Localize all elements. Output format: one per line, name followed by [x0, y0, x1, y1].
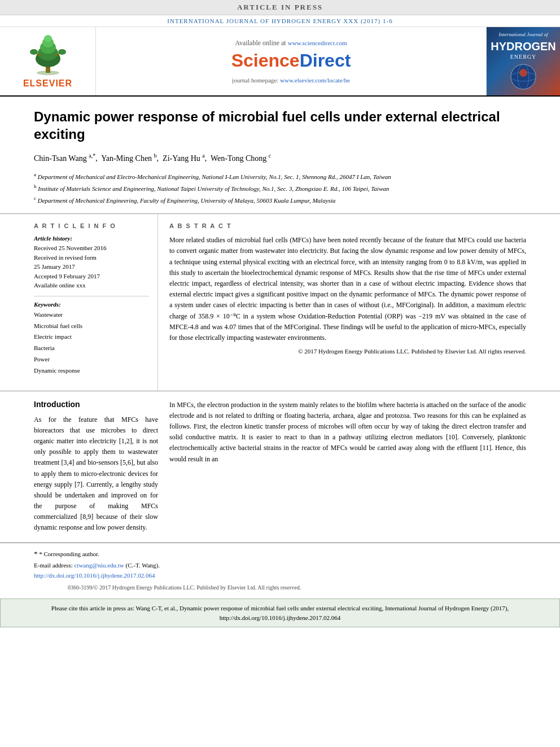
intro-left-text: As for the feature that MFCs have biorea…	[34, 414, 158, 534]
doi-link-line: http://dx.doi.org/10.1016/j.ijhydene.201…	[34, 570, 526, 581]
svg-point-8	[30, 49, 38, 55]
keyword-mfc: Microbial fuel cells	[34, 321, 149, 332]
email-link[interactable]: ctwang@niu.edu.tw	[74, 562, 124, 569]
journal-homepage-text: journal homepage: www.elsevier.com/locat…	[232, 77, 350, 84]
doi-link[interactable]: http://dx.doi.org/10.1016/j.ijhydene.201…	[34, 572, 155, 579]
intro-right-text: In MFCs, the electron production in the …	[169, 400, 526, 465]
author-2-name: Yan-Ming Chen	[101, 154, 154, 163]
footnote-section: * * Corresponding author. E-mail address…	[0, 543, 560, 599]
affiliations: a Department of Mechanical and Electro-M…	[34, 171, 526, 205]
journal-homepage-link[interactable]: www.elsevier.com/locate/he	[280, 77, 350, 84]
info-divider	[34, 296, 149, 296]
author-1-sup: a,*	[89, 152, 95, 159]
article-info-abstract-section: A R T I C L E I N F O Article history: R…	[0, 214, 560, 391]
hydrogen-journal-main: HYDROGEN	[491, 40, 556, 53]
abstract-copyright: © 2017 Hydrogen Energy Publications LLC.…	[169, 348, 526, 355]
svg-point-10	[58, 49, 66, 55]
available-online: Available online xxx	[34, 281, 149, 290]
authors-line: Chin-Tsan Wang a,*, Yan-Ming Chen b, Zi-…	[34, 151, 526, 164]
author-1-name: Chin-Tsan Wang	[34, 154, 89, 163]
article-in-press-banner: ARTICLE IN PRESS	[0, 0, 560, 15]
elsevier-tree-icon	[25, 33, 71, 76]
sciencedirect-section: Available online at www.sciencedirect.co…	[96, 27, 487, 95]
revised-label: Received in revised form	[34, 253, 149, 263]
affiliation-c: c Department of Mechanical Engineering, …	[34, 195, 526, 205]
keyword-electric: Electric impact	[34, 331, 149, 343]
keyword-bacteria: Bacteria	[34, 343, 149, 354]
author-3-sup: a	[202, 152, 204, 159]
hydrogen-journal-cover: International Journal of HYDROGEN ENERGY	[487, 27, 560, 95]
sciencedirect-logo: ScienceDirect	[231, 50, 351, 71]
sciencedirect-url-link[interactable]: www.sciencedirect.com	[288, 40, 347, 46]
revised-date: 25 January 2017	[34, 262, 149, 272]
article-history-section: Article history: Received 25 November 20…	[34, 235, 149, 290]
keyword-power: Power	[34, 354, 149, 365]
journal-header-line: INTERNATIONAL JOURNAL OF HYDROGEN ENERGY…	[0, 15, 560, 27]
corresponding-author-note: * * Corresponding author.	[34, 548, 526, 560]
copyright-bar: 0360-3199/© 2017 Hydrogen Energy Publica…	[34, 581, 526, 594]
keywords-label: Keywords:	[34, 301, 149, 308]
history-label: Article history:	[34, 235, 149, 242]
elsevier-logo-section: ELSEVIER	[0, 27, 96, 95]
top-header: ELSEVIER Available online at www.science…	[0, 27, 560, 97]
abstract-heading: A B S T R A C T	[169, 222, 526, 229]
intro-left-col: Introduction As for the feature that MFC…	[34, 400, 158, 534]
affiliation-b: b Institute of Materials Science and Eng…	[34, 183, 526, 193]
available-online-text: Available online at www.sciencedirect.co…	[235, 39, 347, 47]
accepted-date: Accepted 9 February 2017	[34, 272, 149, 281]
svg-point-14	[519, 69, 527, 77]
received-date: Received 25 November 2016	[34, 243, 149, 253]
author-4-sup: c	[269, 152, 271, 159]
introduction-section: Introduction As for the feature that MFC…	[0, 391, 560, 543]
email-note: E-mail address: ctwang@niu.edu.tw (C.-T.…	[34, 560, 526, 571]
affiliation-a: a Department of Mechanical and Electro-M…	[34, 171, 526, 181]
author-4-name: Wen-Tong Chong	[211, 154, 269, 163]
hydrogen-globe-icon	[509, 63, 537, 91]
citation-footer: Please cite this article in press as: Wa…	[0, 599, 560, 627]
author-2-sup: b	[154, 152, 157, 159]
introduction-title: Introduction	[34, 400, 158, 409]
intro-right-col: In MFCs, the electron production in the …	[169, 400, 526, 534]
article-info-column: A R T I C L E I N F O Article history: R…	[34, 214, 158, 390]
svg-point-1	[37, 71, 59, 75]
author-3-name: Zi-Yang Hu	[163, 154, 202, 163]
article-title: Dynamic power response of microbial fuel…	[34, 108, 526, 143]
keyword-wastewater: Wastewater	[34, 309, 149, 321]
article-title-section: Dynamic power response of microbial fuel…	[0, 97, 560, 215]
keywords-list: Wastewater Microbial fuel cells Electric…	[34, 309, 149, 377]
hydrogen-journal-italic: International Journal of	[499, 32, 548, 38]
abstract-text: More related studies of microbial fuel c…	[169, 235, 526, 343]
keywords-section: Keywords: Wastewater Microbial fuel cell…	[34, 301, 149, 377]
article-info-heading: A R T I C L E I N F O	[34, 222, 149, 229]
elsevier-wordmark: ELSEVIER	[23, 78, 72, 89]
abstract-column: A B S T R A C T More related studies of …	[169, 214, 526, 390]
svg-point-6	[44, 35, 52, 42]
hydrogen-journal-energy: ENERGY	[510, 54, 537, 60]
keyword-dynamic: Dynamic response	[34, 365, 149, 377]
